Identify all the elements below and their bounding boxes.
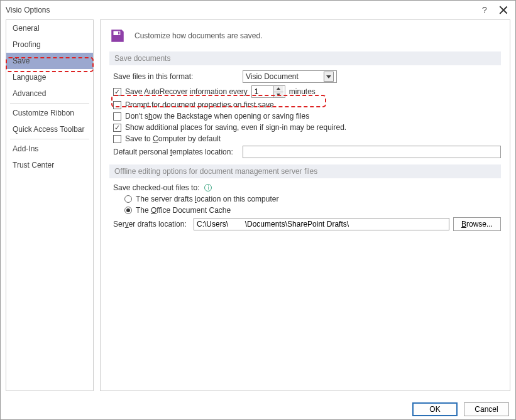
dont-show-backstage-label: Don't show the Backstage when opening or…	[125, 112, 309, 121]
sidebar-item-save[interactable]: Save	[6, 53, 93, 69]
autorecover-label: Save AutoRecover information every	[125, 87, 248, 96]
spinner-down-icon[interactable]	[274, 92, 283, 98]
autorecover-checkbox[interactable]	[113, 88, 121, 96]
page-subtitle: Customize how documents are saved.	[134, 31, 262, 40]
show-additional-places-checkbox[interactable]	[113, 124, 121, 132]
autorecover-unit: minutes	[289, 87, 316, 96]
templates-location-label: Default personal templates location:	[113, 148, 239, 156]
close-button[interactable]	[499, 6, 508, 14]
sidebar-item-proofing[interactable]: Proofing	[6, 36, 93, 53]
sidebar-item-trust-center[interactable]: Trust Center	[6, 157, 93, 173]
server-drafts-location-radio-label: The server drafts location on this compu…	[136, 195, 278, 203]
section-offline-editing: Offline editing options for document man…	[109, 164, 501, 178]
save-format-value: Visio Document	[246, 72, 321, 81]
ok-button[interactable]: OK	[412, 402, 458, 416]
sidebar-item-add-ins[interactable]: Add-Ins	[6, 141, 93, 157]
templates-location-input[interactable]	[243, 146, 501, 158]
dont-show-backstage-checkbox[interactable]	[113, 112, 121, 121]
dialog-footer: OK Cancel	[1, 399, 515, 419]
save-disk-icon	[109, 28, 126, 44]
server-drafts-input[interactable]	[194, 218, 449, 230]
show-additional-places-label: Show additional places for saving, even …	[125, 123, 346, 132]
save-to-computer-checkbox[interactable]	[113, 135, 121, 143]
section-save-documents: Save documents	[109, 51, 501, 65]
prompt-properties-label: Prompt for document properties on first …	[125, 100, 274, 109]
autorecover-minutes-input[interactable]	[252, 86, 273, 97]
spinner-up-icon[interactable]	[274, 86, 283, 92]
sidebar: General Proofing Save Language Advanced …	[6, 19, 94, 391]
sidebar-divider	[10, 103, 89, 104]
chevron-down-icon[interactable]	[324, 72, 334, 82]
autorecover-minutes-spinner[interactable]	[251, 85, 285, 98]
main-panel: Customize how documents are saved. Save …	[100, 19, 510, 391]
window-title: Visio Options	[6, 6, 479, 14]
save-format-select[interactable]: Visio Document	[243, 70, 337, 83]
save-to-computer-label: Save to Computer by default	[125, 134, 221, 143]
browse-button[interactable]: Browse...	[453, 217, 501, 231]
sidebar-item-general[interactable]: General	[6, 20, 93, 36]
sidebar-item-quick-access-toolbar[interactable]: Quick Access Toolbar	[6, 121, 93, 137]
checked-out-label: Save checked-out files to:	[113, 183, 199, 192]
office-document-cache-radio[interactable]	[124, 207, 132, 214]
sidebar-item-customize-ribbon[interactable]: Customize Ribbon	[6, 105, 93, 121]
server-drafts-label: Server drafts location:	[113, 220, 190, 229]
save-format-label: Save files in this format:	[113, 72, 239, 81]
cancel-button[interactable]: Cancel	[464, 402, 509, 416]
server-drafts-location-radio[interactable]	[124, 195, 132, 203]
prompt-properties-checkbox[interactable]	[113, 101, 121, 109]
info-icon[interactable]: i	[204, 184, 212, 191]
sidebar-divider	[10, 139, 89, 139]
office-document-cache-radio-label: The Office Document Cache	[136, 206, 231, 215]
help-button[interactable]: ?	[479, 5, 490, 15]
sidebar-item-language[interactable]: Language	[6, 69, 93, 85]
sidebar-item-advanced[interactable]: Advanced	[6, 85, 93, 102]
